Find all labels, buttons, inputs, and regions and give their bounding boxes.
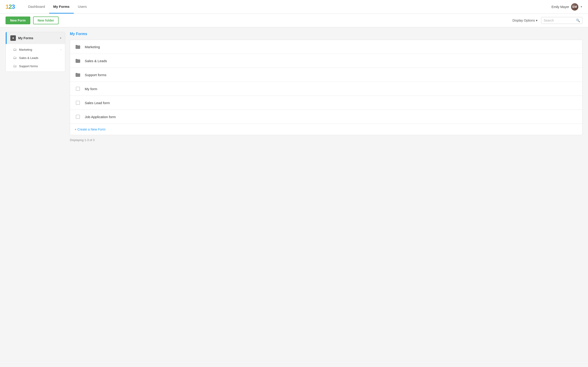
- top-nav: 123 Dashboard My Forms Users Emily Mayer…: [0, 0, 588, 14]
- logo-2: 2: [9, 3, 11, 10]
- content-area: My Forms Marketing Sales & Leads: [70, 32, 582, 362]
- user-menu[interactable]: Emily Mayer EM ▼: [552, 3, 582, 10]
- form-name-sales-lead: Sales Lead form: [85, 101, 110, 105]
- list-item[interactable]: Sales & Leads: [70, 54, 582, 68]
- form-name-job-app: Job Application form: [85, 115, 116, 119]
- folder-icon-support: [75, 72, 81, 78]
- sidebar-item-label: Marketing: [19, 48, 58, 51]
- sidebar-star-icon: ★: [10, 35, 16, 41]
- search-icon: 🔍: [576, 19, 580, 22]
- sidebar-section: ★ My Forms ▾ 🗂 Marketing › 🗂 Sales & Lea…: [6, 32, 65, 72]
- display-options-label: Display Options: [512, 19, 535, 22]
- sidebar-item-sales-leads[interactable]: 🗂 Sales & Leads: [6, 54, 65, 62]
- sidebar-item-arrow: ›: [61, 48, 61, 51]
- logo-3: 3: [12, 3, 15, 10]
- display-options-chevron: ▾: [536, 19, 537, 22]
- list-item[interactable]: Marketing: [70, 40, 582, 54]
- sidebar-chevron: ▾: [60, 36, 61, 40]
- folder-icon: 🗂: [13, 64, 17, 68]
- user-avatar-initials: EM: [571, 3, 578, 10]
- content-title: My Forms: [70, 32, 582, 36]
- sidebar: ★ My Forms ▾ 🗂 Marketing › 🗂 Sales & Lea…: [6, 32, 65, 362]
- sidebar-item-marketing[interactable]: 🗂 Marketing ›: [6, 45, 65, 54]
- search-box: 🔍: [541, 17, 582, 24]
- list-item[interactable]: Support forms: [70, 68, 582, 82]
- folder-name-marketing: Marketing: [85, 45, 100, 49]
- search-input[interactable]: [544, 19, 575, 22]
- user-menu-chevron: ▼: [580, 6, 582, 8]
- nav-links: Dashboard My Forms Users: [24, 0, 552, 14]
- checkbox[interactable]: [76, 115, 80, 119]
- list-item[interactable]: My form: [70, 82, 582, 96]
- list-item[interactable]: Job Application form: [70, 110, 582, 124]
- toolbar-right: Display Options ▾ 🔍: [512, 17, 582, 24]
- checkbox[interactable]: [76, 87, 80, 91]
- user-avatar: EM: [571, 3, 578, 10]
- nav-my-forms[interactable]: My Forms: [49, 0, 74, 14]
- new-folder-button[interactable]: New folder: [33, 17, 59, 24]
- toolbar: New Form New folder Display Options ▾ 🔍: [0, 14, 588, 27]
- sidebar-items: 🗂 Marketing › 🗂 Sales & Leads 🗂 Support …: [6, 44, 65, 72]
- folder-icon-marketing: [75, 44, 81, 50]
- form-checkbox-sales-lead[interactable]: [75, 100, 81, 106]
- app-logo: 123: [6, 3, 15, 10]
- nav-users[interactable]: Users: [74, 0, 91, 14]
- folder-name-support: Support forms: [85, 73, 106, 77]
- display-options-button[interactable]: Display Options ▾: [512, 19, 537, 22]
- main-content: ★ My Forms ▾ 🗂 Marketing › 🗂 Sales & Lea…: [0, 27, 588, 367]
- form-checkbox-job-app[interactable]: [75, 114, 81, 120]
- sidebar-item-label: Support forms: [19, 65, 61, 68]
- create-new-form-link[interactable]: + Create a New Form: [70, 124, 582, 135]
- checkbox[interactable]: [76, 101, 80, 105]
- list-item[interactable]: Sales Lead form: [70, 96, 582, 110]
- nav-right: Emily Mayer EM ▼: [552, 3, 582, 10]
- sidebar-my-forms-header[interactable]: ★ My Forms ▾: [6, 32, 65, 44]
- nav-dashboard[interactable]: Dashboard: [24, 0, 49, 14]
- folder-icon: 🗂: [13, 48, 17, 52]
- displaying-text: Displaying 1-3 of 3: [70, 138, 582, 142]
- new-form-button[interactable]: New Form: [6, 17, 30, 24]
- sidebar-item-label: Sales & Leads: [19, 56, 61, 60]
- form-name-my-form: My form: [85, 87, 97, 91]
- form-checkbox-my-form[interactable]: [75, 85, 81, 92]
- folder-icon-sales: [75, 58, 81, 64]
- folder-name-sales: Sales & Leads: [85, 59, 107, 63]
- sidebar-item-support-forms[interactable]: 🗂 Support forms: [6, 62, 65, 70]
- folder-icon: 🗂: [13, 56, 17, 60]
- logo-1: 1: [6, 3, 9, 10]
- sidebar-section-title: My Forms: [18, 36, 60, 40]
- user-name: Emily Mayer: [552, 5, 569, 9]
- forms-list: Marketing Sales & Leads Support fo: [70, 40, 582, 135]
